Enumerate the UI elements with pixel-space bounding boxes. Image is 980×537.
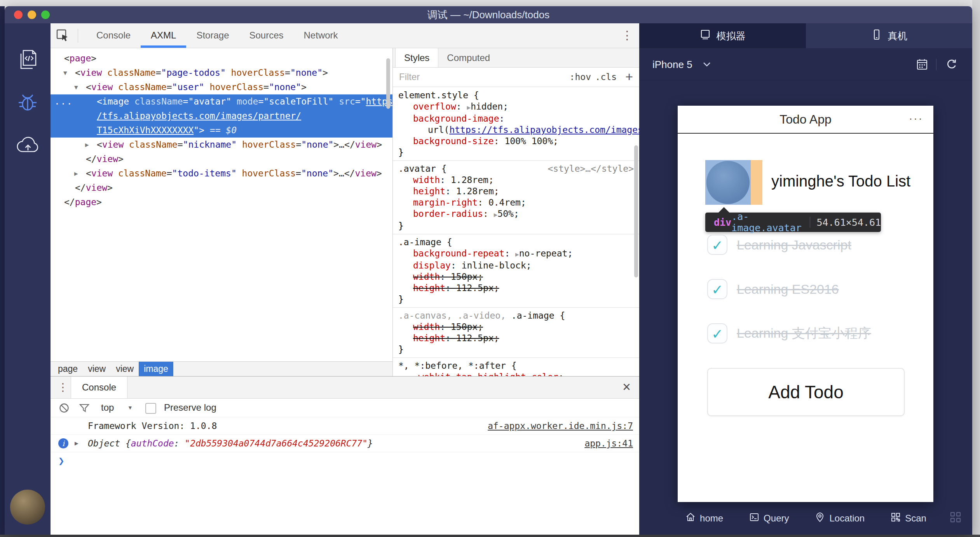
collapsed-arrow-icon[interactable]: ▶ <box>85 138 89 152</box>
close-console-button[interactable]: × <box>623 379 631 395</box>
tab-styles[interactable]: Styles <box>395 48 438 67</box>
axml-tree-line[interactable]: ▶<view className="nickname" hoverClass="… <box>51 138 392 152</box>
axml-tree-line[interactable]: ▼<view className="user" hoverClass="none… <box>51 80 392 94</box>
minimize-window-button[interactable] <box>28 10 36 19</box>
sim-toolbar-query-button[interactable]: Query <box>749 512 789 525</box>
devtools-menu-button[interactable]: ⋮ <box>621 28 633 42</box>
tab-monitor-模拟器[interactable]: 模拟器 <box>639 23 806 48</box>
user-avatar[interactable] <box>10 490 45 525</box>
css-declaration[interactable]: display: inline-block; <box>398 260 634 271</box>
collapsed-arrow-icon[interactable]: ▶ <box>74 166 78 181</box>
todo-item[interactable]: ✓Learning 支付宝小程序 <box>707 323 871 344</box>
sim-toolbar-scan-button[interactable]: Scan <box>890 512 926 525</box>
css-selector-line[interactable]: .avatar {<style>…</style> <box>398 163 634 174</box>
axml-tree-line[interactable]: </view> <box>51 181 392 195</box>
avatar-image[interactable] <box>705 160 762 205</box>
app-menu-button[interactable]: ··· <box>909 106 923 131</box>
rule-source-link[interactable]: <style>…</style> <box>548 163 634 174</box>
sim-toolbar-location-button[interactable]: Location <box>814 512 865 525</box>
clear-console-icon[interactable] <box>58 402 70 415</box>
calendar-icon[interactable] <box>915 58 929 73</box>
css-declaration[interactable]: background-size: 100% 100%; <box>398 136 634 147</box>
console-drawer-header: ⋮ Console × <box>51 376 639 399</box>
inspect-element-button[interactable] <box>55 28 70 43</box>
tab-storage[interactable]: Storage <box>186 23 239 48</box>
tab-console[interactable]: Console <box>86 23 141 48</box>
breadcrumb-item-page[interactable]: page <box>53 362 83 376</box>
add-todo-button[interactable]: Add Todo <box>707 368 905 416</box>
tab-network[interactable]: Network <box>294 23 348 48</box>
console-source-link[interactable]: af-appx.worker.ide.min.js:7 <box>488 417 633 434</box>
css-declaration[interactable]: background-image: <box>398 113 634 124</box>
breadcrumb-item-view[interactable]: view <box>83 362 111 376</box>
css-declaration[interactable]: margin-right: 0.4rem; <box>398 197 634 208</box>
grid-apps-icon[interactable] <box>949 511 962 525</box>
css-declaration[interactable]: width: 150px; <box>398 271 634 282</box>
css-token: 112.5px; <box>456 283 499 293</box>
device-selector[interactable]: iPhone 5 <box>652 48 711 81</box>
tab-phone-真机[interactable]: 真机 <box>806 23 973 48</box>
axml-token: </ <box>86 154 97 164</box>
axml-tree-line[interactable]: ▶<view className="todo-items" hoverClass… <box>51 166 392 181</box>
todo-item[interactable]: ✓Learning Javascript <box>707 234 851 256</box>
css-declaration[interactable]: background-repeat: ▶no-repeat; <box>398 248 634 260</box>
axml-tree-line[interactable]: </page> <box>51 195 392 209</box>
breadcrumb-item-image[interactable]: image <box>139 362 173 376</box>
todo-checkbox[interactable]: ✓ <box>707 235 727 255</box>
css-declaration[interactable]: overflow: ▶hidden; <box>398 101 634 113</box>
css-declaration[interactable]: width: 1.28rem; <box>398 174 634 186</box>
tab-computed[interactable]: Computed <box>438 48 499 67</box>
css-declaration[interactable]: border-radius: ▶50%; <box>398 208 634 220</box>
todo-checkbox[interactable]: ✓ <box>707 279 727 299</box>
console-menu-button[interactable]: ⋮ <box>58 381 68 394</box>
toggle-element-state-button[interactable]: :hov <box>570 68 591 86</box>
simulator-bottom-toolbar: homeQueryLocationScan <box>639 502 972 535</box>
toggle-class-button[interactable]: .cls <box>595 68 617 86</box>
axml-tree-line[interactable]: <page> <box>51 51 392 66</box>
css-declaration[interactable]: height: 112.5px; <box>398 333 634 344</box>
styles-filter-input[interactable]: Filter <box>399 68 420 86</box>
breadcrumb-item-view[interactable]: view <box>111 362 139 376</box>
preserve-log-checkbox[interactable] <box>145 403 156 414</box>
css-token: : <box>494 136 505 146</box>
axml-tree-line[interactable]: </view> <box>51 152 392 166</box>
css-selector-line[interactable]: element.style { <box>398 90 634 101</box>
axml-tree-line[interactable]: T15cXhXiVhXXXXXXXX"> == $0 <box>51 123 392 138</box>
sim-toolbar-home-button[interactable]: home <box>685 512 723 525</box>
css-token: background-size <box>413 136 494 146</box>
close-window-button[interactable] <box>14 10 23 19</box>
new-style-rule-button[interactable]: + <box>625 68 633 85</box>
expanded-arrow-icon[interactable]: ▼ <box>63 66 67 80</box>
reload-icon[interactable] <box>945 58 958 73</box>
debug-bug-icon[interactable] <box>16 90 40 114</box>
css-selector-line[interactable]: .a-canvas, .a-video, .a-image { <box>398 310 634 321</box>
filter-icon[interactable] <box>78 402 90 415</box>
tab-axml[interactable]: AXML <box>141 23 186 48</box>
devtools-tabs: ConsoleAXMLStorageSourcesNetwork <box>86 23 348 48</box>
execution-context-selector[interactable]: top <box>101 399 114 417</box>
axml-tree-line[interactable]: ▼<view className="page-todos" hoverClass… <box>51 66 392 80</box>
code-file-icon[interactable] <box>16 47 40 71</box>
tab-console-drawer[interactable]: Console <box>71 377 127 398</box>
todo-checkbox[interactable]: ✓ <box>707 323 727 343</box>
expanded-arrow-icon[interactable]: ▼ <box>74 80 78 94</box>
css-declaration[interactable]: height: 112.5px; <box>398 282 634 294</box>
axml-token: = <box>178 139 183 150</box>
tab-sources[interactable]: Sources <box>239 23 293 48</box>
console-source-link[interactable]: app.js:41 <box>584 435 633 452</box>
todo-item[interactable]: ✓Learning ES2016 <box>707 278 839 300</box>
css-declaration[interactable]: -webkit-tap-highlight-color: <box>398 371 634 376</box>
chevron-down-icon[interactable]: ▼ <box>127 399 133 417</box>
scrollbar-thumb[interactable] <box>386 58 390 109</box>
css-declaration[interactable]: width: 150px; <box>398 321 634 333</box>
scrollbar-thumb[interactable] <box>634 145 638 277</box>
css-selector-line[interactable]: *, *:before, *:after { <box>398 360 634 371</box>
cloud-upload-icon[interactable] <box>16 134 40 159</box>
axml-tree-line[interactable]: ...<image className="avatar" mode="scale… <box>51 94 392 109</box>
zoom-window-button[interactable] <box>41 10 50 19</box>
axml-tree-line[interactable]: /tfs.alipayobjects.com/images/partner/ <box>51 109 392 123</box>
css-declaration[interactable]: url(https://tfs.alipayobjects.com/images… <box>398 124 634 136</box>
css-selector-line[interactable]: .a-image { <box>398 237 634 248</box>
expand-arrow-icon[interactable]: ▶ <box>75 435 78 452</box>
css-declaration[interactable]: height: 1.28rem; <box>398 186 634 197</box>
